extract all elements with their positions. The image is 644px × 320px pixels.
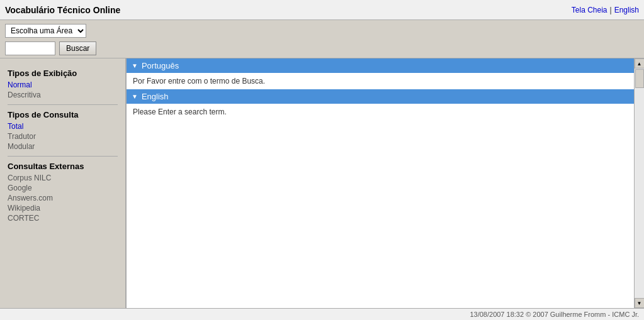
sidebar-item-descritiva[interactable]: Descritiva (8, 91, 118, 99)
content-area: ▼ Português Por Favor entre com o termo … (126, 58, 634, 308)
sidebar-item-google[interactable]: Google (8, 184, 118, 192)
sidebar-divider-1 (8, 104, 118, 105)
search-button[interactable]: Buscar (59, 41, 96, 55)
scrollbar[interactable]: ▲ ▼ (634, 58, 644, 308)
sidebar: Tipos de Exibição Normal Descritiva Tipo… (0, 58, 126, 308)
sidebar-item-normal[interactable]: Normal (8, 80, 118, 89)
app-title: Vocabulário Técnico Online (5, 5, 120, 15)
sidebar-divider-2 (8, 156, 118, 157)
main-area: Tipos de Exibição Normal Descritiva Tipo… (0, 58, 644, 308)
sidebar-item-tradutor[interactable]: Tradutor (8, 132, 118, 141)
header-links: Tela Cheia | English (572, 6, 639, 14)
tela-cheia-link[interactable]: Tela Cheia (572, 6, 607, 14)
sidebar-item-total[interactable]: Total (8, 122, 118, 131)
top-controls: Escolha uma Área Buscar (0, 20, 644, 58)
scroll-up-button[interactable]: ▲ (635, 58, 645, 69)
footer: 13/08/2007 18:32 © 2007 Guilherme Fromm … (0, 308, 644, 320)
area-select[interactable]: Escolha uma Área (5, 24, 86, 38)
sidebar-item-corpus-nilc[interactable]: Corpus NILC (8, 174, 118, 182)
portugues-section-header: ▼ Português (127, 58, 634, 73)
tipos-exibicao-title: Tipos de Exibição (8, 69, 118, 78)
link-separator: | (610, 6, 612, 14)
collapse-icon-english[interactable]: ▼ (132, 93, 138, 100)
sidebar-item-modular[interactable]: Modular (8, 142, 118, 151)
search-input[interactable] (5, 41, 55, 55)
sidebar-item-answers[interactable]: Answers.com (8, 194, 118, 202)
portugues-section-content: Por Favor entre com o termo de Busca. (127, 73, 634, 89)
portugues-section-title: Português (142, 61, 179, 70)
scroll-thumb[interactable] (635, 69, 644, 88)
collapse-icon-portugues[interactable]: ▼ (132, 62, 138, 69)
english-message: Please Enter a search term. (133, 108, 227, 116)
area-select-row: Escolha uma Área (5, 24, 639, 38)
footer-text: 13/08/2007 18:32 © 2007 Guilherme Fromm … (470, 311, 639, 318)
scroll-down-button[interactable]: ▼ (635, 298, 645, 308)
consultas-externas-title: Consultas Externas (8, 162, 118, 171)
english-section-content: Please Enter a search term. (127, 104, 634, 120)
sidebar-item-wikipedia[interactable]: Wikipedia (8, 204, 118, 212)
english-section-header: ▼ English (127, 89, 634, 104)
header: Vocabulário Técnico Online Tela Cheia | … (0, 0, 644, 20)
portugues-message: Por Favor entre com o termo de Busca. (133, 77, 265, 86)
search-row: Buscar (5, 41, 639, 55)
english-section-title: English (142, 92, 169, 101)
english-link[interactable]: English (614, 6, 639, 14)
tipos-consulta-title: Tipos de Consulta (8, 110, 118, 119)
scroll-track[interactable] (635, 69, 645, 298)
sidebar-item-cortec[interactable]: CORTEC (8, 214, 118, 223)
